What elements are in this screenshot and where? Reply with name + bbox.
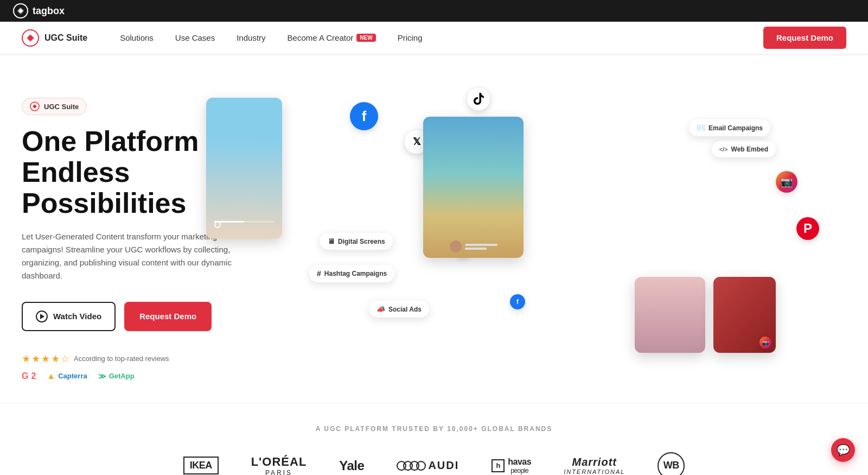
nav-brand-icon <box>22 29 39 47</box>
drink-instagram-icon: 📷 <box>760 337 771 349</box>
phone-progress <box>214 221 274 223</box>
stars-row: ★ ★ ★ ★ ☆ According to top-rated reviews <box>22 353 282 365</box>
hashtag-icon: # <box>317 269 321 278</box>
embed-icon: </> <box>719 146 728 153</box>
wb-logo: WB <box>658 452 685 475</box>
hero-title-line1: One Platform <box>22 125 199 157</box>
pool-card-content <box>423 117 524 258</box>
pool-profile-lines <box>465 244 497 250</box>
nav-link-industry[interactable]: Industry <box>237 33 265 42</box>
review-text: According to top-rated reviews <box>74 354 169 363</box>
svg-point-5 <box>34 105 36 108</box>
tiktok-icon <box>467 87 490 111</box>
nav-link-pricing[interactable]: Pricing <box>398 33 423 42</box>
trusted-title: A UGC PLATFORM TRUSTED BY 10,000+ GLOBAL… <box>22 425 846 433</box>
audi-ring-4 <box>416 461 426 471</box>
pool-card-profile <box>450 240 497 252</box>
review-logos: G 2 ▲ Capterra ≫ GetApp <box>22 371 282 381</box>
top-bar: tagbox <box>0 0 868 22</box>
ikea-logo: IKEA <box>183 457 219 474</box>
chat-bubble-button[interactable]: 💬 <box>831 438 855 462</box>
capterra-logo[interactable]: ▲ Capterra <box>47 371 87 381</box>
audi-rings: AUDI <box>397 459 459 472</box>
star-3: ★ <box>41 353 50 365</box>
trusted-section: A UGC PLATFORM TRUSTED BY 10,000+ GLOBAL… <box>0 403 868 475</box>
nav-cta: Request Demo <box>763 27 846 49</box>
drink-insta-icon: 📷 <box>760 337 771 349</box>
social-ads-icon: 📣 <box>376 305 385 313</box>
play-triangle-icon <box>40 314 44 319</box>
loreal-logo: L'ORÉAL PARIS <box>251 455 307 475</box>
hero-badge: UGC Suite <box>22 98 87 115</box>
nav-brand-text: UGC Suite <box>44 33 87 43</box>
star-5-half: ☆ <box>61 353 69 365</box>
nav-request-demo-button[interactable]: Request Demo <box>763 27 846 49</box>
digital-screens-icon: 🖥 <box>328 237 335 245</box>
getapp-logo[interactable]: ≫ GetApp <box>98 372 135 381</box>
hero-visual: f 𝕏 📷 P f 📷 <box>304 87 846 369</box>
tiktok-svg <box>473 93 484 105</box>
hashtag-campaigns-tag: # Hashtag Campaigns <box>309 265 394 282</box>
marriott-logo: Marriott INTERNATIONAL <box>564 456 625 475</box>
havas-h-icon: h <box>492 459 505 472</box>
nav-link-solutions[interactable]: Solutions <box>120 33 154 42</box>
topbar-logo[interactable]: tagbox <box>13 3 65 18</box>
pool-image-card <box>423 117 524 258</box>
play-circle-icon <box>36 311 48 322</box>
email-campaigns-tag: ✉️ Email Campaigns <box>689 119 770 136</box>
brand-logos: IKEA L'ORÉAL PARIS Yale AUDI h havas peo… <box>22 452 846 475</box>
watch-video-button[interactable]: Watch Video <box>22 302 116 331</box>
hero-reviews: ★ ★ ★ ★ ☆ According to top-rated reviews… <box>22 353 282 381</box>
star-4: ★ <box>51 353 60 365</box>
nav-link-become-creator[interactable]: Become A Creator New <box>288 33 376 42</box>
email-icon: ✉️ <box>697 124 705 132</box>
nav-link-use-cases[interactable]: Use Cases <box>175 33 215 42</box>
pinterest-icon: P <box>796 217 819 240</box>
phone-progress-fill <box>214 221 244 223</box>
email-campaigns-label: Email Campaigns <box>709 124 763 132</box>
star-rating: ★ ★ ★ ★ ☆ <box>22 353 69 365</box>
hero-badge-label: UGC Suite <box>44 103 79 111</box>
topbar-logo-text: tagbox <box>33 5 65 17</box>
nav-links: Solutions Use Cases Industry Become A Cr… <box>120 33 763 42</box>
star-1: ★ <box>22 353 30 365</box>
profile-line-1 <box>465 244 497 246</box>
tagbox-icon <box>13 3 28 18</box>
drink-card: 📷 <box>713 277 776 353</box>
pool-avatar <box>450 240 462 252</box>
audi-text: AUDI <box>428 459 459 472</box>
new-badge: New <box>356 34 375 42</box>
facebook-icon-small: f <box>510 294 525 309</box>
chat-icon: 💬 <box>837 444 850 457</box>
watch-video-label: Watch Video <box>53 312 101 321</box>
navbar: UGC Suite Solutions Use Cases Industry B… <box>0 22 868 54</box>
instagram-icon-top-right: 📷 <box>776 171 797 193</box>
social-ads-label: Social Ads <box>388 306 422 313</box>
hero-request-demo-button[interactable]: Request Demo <box>124 302 212 331</box>
hero-buttons: Watch Video Request Demo <box>22 302 282 331</box>
havas-logo: h havas people <box>492 457 531 474</box>
web-embed-tag: </> Web Embed <box>712 141 776 157</box>
profile-line-2 <box>465 248 487 250</box>
g2-logo[interactable]: G 2 <box>22 371 36 381</box>
phone-progress-bar <box>214 221 274 223</box>
facebook-icon: f <box>350 102 378 130</box>
digital-screens-tag: 🖥 Digital Screens <box>320 233 393 250</box>
hero-section: UGC Suite One Platform Endless Possibili… <box>0 54 868 403</box>
audi-logo: AUDI <box>397 459 459 472</box>
yale-logo: Yale <box>339 458 364 473</box>
digital-screens-label: Digital Screens <box>338 238 385 245</box>
star-2: ★ <box>31 353 40 365</box>
nav-brand[interactable]: UGC Suite <box>22 29 87 47</box>
hero-title-line2: Endless Possibilities <box>22 156 186 219</box>
svg-point-3 <box>28 36 33 40</box>
wrist-phone-card <box>206 98 282 239</box>
portrait-card <box>635 277 705 353</box>
ugc-suite-badge-icon <box>30 102 40 111</box>
wrist-card-content <box>206 98 282 239</box>
web-embed-label: Web Embed <box>731 145 768 153</box>
hashtag-campaigns-label: Hashtag Campaigns <box>324 270 387 277</box>
social-ads-tag: 📣 Social Ads <box>369 301 429 318</box>
svg-point-1 <box>19 9 22 12</box>
